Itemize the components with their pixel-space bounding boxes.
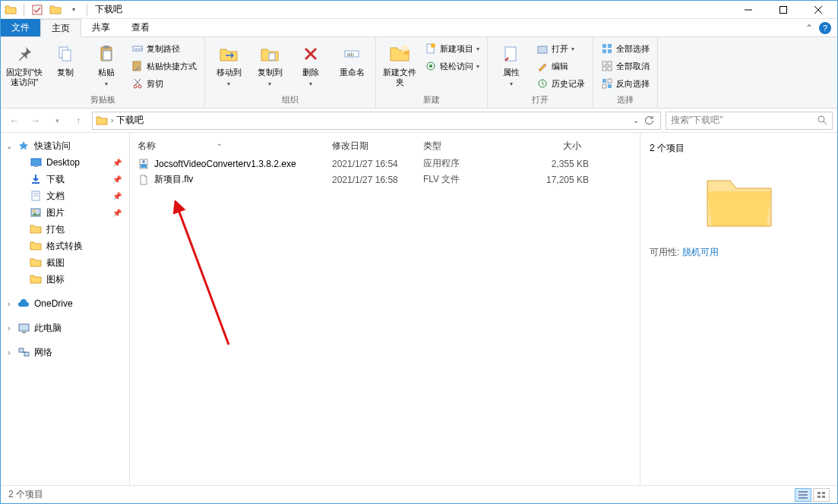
window-title: 下载吧 xyxy=(95,3,122,16)
svg-rect-34 xyxy=(608,49,612,53)
svg-rect-0 xyxy=(33,5,42,14)
file-list[interactable]: 名称⌃ 修改日期 类型 大小 JocsoftVideoConverterv1.3… xyxy=(130,133,640,485)
sidebar-item[interactable]: 格式转换 xyxy=(1,238,129,254)
select-none-button[interactable]: 全部取消 xyxy=(598,58,653,74)
sidebar-item[interactable]: 截图 xyxy=(1,254,129,271)
history-icon xyxy=(536,77,549,90)
col-date[interactable]: 修改日期 xyxy=(332,140,423,153)
sidebar-item-label: 打包 xyxy=(46,223,65,236)
help-icon[interactable]: ? xyxy=(819,22,831,34)
history-button[interactable]: 历史记录 xyxy=(533,75,588,92)
chevron-down-icon: ▾ xyxy=(105,79,108,89)
chevron-icon[interactable]: › xyxy=(111,116,113,124)
details-view-button[interactable] xyxy=(795,488,811,502)
pin-icon: 📌 xyxy=(112,175,122,184)
sidebar-this-pc[interactable]: › 此电脑 xyxy=(1,320,129,336)
rename-button[interactable]: ab 重命名 xyxy=(333,39,371,77)
copy-path-button[interactable]: www复制路径 xyxy=(128,40,200,57)
checkbox-icon[interactable] xyxy=(29,2,46,18)
new-folder-button[interactable]: 新建文件夹 xyxy=(381,39,419,87)
sidebar-network[interactable]: › 网络 xyxy=(1,344,129,361)
paste-shortcut-button[interactable]: 粘贴快捷方式 xyxy=(128,58,200,74)
expand-icon[interactable]: ⌄ xyxy=(5,142,13,150)
copy-button[interactable]: 复制 xyxy=(46,39,84,77)
paste-icon xyxy=(94,42,119,66)
back-button[interactable]: ← xyxy=(5,112,24,130)
copy-to-button[interactable]: 复制到▾ xyxy=(251,39,289,89)
pin-icon xyxy=(12,42,36,66)
sidebar-item[interactable]: 图片📌 xyxy=(1,204,129,221)
move-icon xyxy=(217,42,241,66)
navigation-pane[interactable]: ⌄ 快速访问 Desktop📌下载📌文档📌图片📌打包格式转换截图图标 › One… xyxy=(1,133,130,485)
chevron-down-icon[interactable]: ⌄ xyxy=(633,116,639,124)
availability: 可用性: 脱机可用 xyxy=(650,246,828,259)
sidebar-item[interactable]: 文档📌 xyxy=(1,187,129,204)
shortcut-icon xyxy=(131,60,144,72)
svg-rect-56 xyxy=(24,352,29,356)
open-button[interactable]: 打开▾ xyxy=(533,40,588,57)
svg-point-26 xyxy=(429,65,432,68)
select-all-button[interactable]: 全部选择 xyxy=(598,40,653,57)
sidebar-item[interactable]: Desktop📌 xyxy=(1,154,129,171)
sidebar-item[interactable]: 打包 xyxy=(1,221,129,238)
svg-point-60 xyxy=(142,160,145,163)
properties-button[interactable]: 属性▾ xyxy=(492,39,530,89)
sidebar-item-label: 格式转换 xyxy=(46,240,83,253)
minimize-button[interactable] xyxy=(731,1,766,19)
col-size[interactable]: 大小 xyxy=(513,140,589,153)
main-content: ⌄ 快速访问 Desktop📌下载📌文档📌图片📌打包格式转换截图图标 › One… xyxy=(1,133,837,485)
up-button[interactable]: ↑ xyxy=(69,112,87,130)
sidebar-item[interactable]: 图标 xyxy=(1,271,129,288)
svg-rect-39 xyxy=(602,79,606,83)
easy-access-icon xyxy=(425,60,437,72)
ribbon-group-open: 属性▾ 打开▾ 编辑 历史记录 打开 xyxy=(488,37,593,108)
svg-line-15 xyxy=(134,79,140,85)
tab-share[interactable]: 共享 xyxy=(81,19,121,36)
forward-button[interactable]: → xyxy=(27,112,45,130)
maximize-button[interactable] xyxy=(766,1,801,19)
tab-view[interactable]: 查看 xyxy=(121,19,160,36)
pin-to-quick-access-button[interactable]: 固定到"快速访问" xyxy=(5,39,43,87)
close-button[interactable] xyxy=(801,1,836,19)
cut-button[interactable]: 剪切 xyxy=(128,75,200,92)
sidebar-item-label: 图片 xyxy=(46,206,65,219)
breadcrumb-item[interactable]: 下载吧 xyxy=(116,114,144,127)
svg-rect-46 xyxy=(34,166,38,167)
move-to-button[interactable]: 移动到▾ xyxy=(210,39,248,89)
file-pane: 名称⌃ 修改日期 类型 大小 JocsoftVideoConverterv1.3… xyxy=(130,133,837,485)
easy-access-button[interactable]: 轻松访问▾ xyxy=(422,58,482,74)
col-name[interactable]: 名称⌃ xyxy=(138,140,332,153)
delete-button[interactable]: 删除▾ xyxy=(292,39,330,89)
expand-icon[interactable]: › xyxy=(5,324,13,332)
sidebar-onedrive[interactable]: › OneDrive xyxy=(1,295,129,312)
sidebar-quick-access[interactable]: ⌄ 快速访问 xyxy=(1,137,129,154)
recent-dropdown[interactable]: ▾ xyxy=(48,112,66,130)
cloud-icon xyxy=(17,298,30,310)
search-input[interactable]: 搜索"下载吧" xyxy=(666,112,833,130)
edit-button[interactable]: 编辑 xyxy=(533,58,588,74)
collapse-ribbon-icon[interactable]: ⌃ xyxy=(805,23,813,33)
large-icons-view-button[interactable] xyxy=(813,488,830,502)
column-headers[interactable]: 名称⌃ 修改日期 类型 大小 xyxy=(130,137,640,156)
folder-small-icon[interactable] xyxy=(47,2,64,18)
refresh-icon[interactable] xyxy=(644,115,654,126)
svg-rect-29 xyxy=(538,46,547,53)
expand-icon[interactable]: › xyxy=(5,300,13,308)
item-icon xyxy=(30,223,42,235)
col-type[interactable]: 类型 xyxy=(423,140,513,153)
tab-file[interactable]: 文件 xyxy=(1,19,40,36)
edit-icon xyxy=(536,60,549,72)
tab-home[interactable]: 主页 xyxy=(40,19,81,37)
svg-point-52 xyxy=(33,210,36,213)
invert-selection-button[interactable]: 反向选择 xyxy=(598,75,653,92)
breadcrumb[interactable]: › 下载吧 ⌄ xyxy=(92,112,661,130)
file-row[interactable]: 新项目.flv2021/1/27 16:58FLV 文件17,205 KB xyxy=(130,172,640,187)
paste-button[interactable]: 粘贴 ▾ xyxy=(87,39,125,89)
sidebar-item[interactable]: 下载📌 xyxy=(1,171,129,187)
item-icon xyxy=(30,190,42,202)
file-row[interactable]: JocsoftVideoConverterv1.3.8.2.exe2021/1/… xyxy=(130,156,640,172)
expand-icon[interactable]: › xyxy=(5,348,13,357)
new-item-button[interactable]: 新建项目▾ xyxy=(422,40,482,57)
svg-rect-64 xyxy=(817,492,821,494)
qat-dropdown-icon[interactable]: ▾ xyxy=(65,2,82,18)
